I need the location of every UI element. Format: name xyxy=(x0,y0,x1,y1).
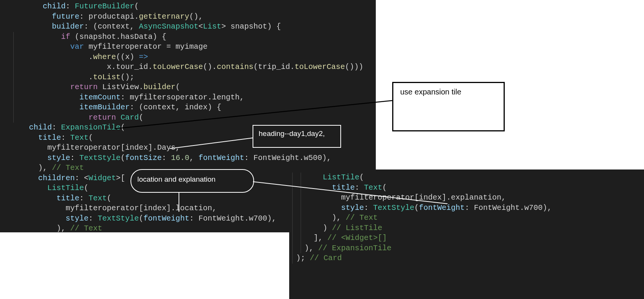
code-line: ) // ListTile xyxy=(289,223,644,233)
code-line: itemCount: myfiltersoperator.length, xyxy=(0,93,376,103)
code-line: style: TextStyle(fontWeight: FontWeight.… xyxy=(289,203,644,213)
code-panel-right[interactable]: ListTile( title: Text( myfilteroperator[… xyxy=(289,169,644,299)
code-line: ), // ExpansionTile xyxy=(289,243,644,254)
code-line: ], // <Widget>[] xyxy=(289,233,644,243)
code-line: builder: (context, AsyncSnapshot<List> s… xyxy=(0,22,376,32)
code-line: title: Text( xyxy=(289,183,644,193)
annotation-expansion-tile: use expansion tile xyxy=(392,82,505,131)
code-line: if (snapshot.hasData) { xyxy=(0,32,376,42)
code-line: ); // Card xyxy=(289,253,644,264)
code-line: .where((x) => xyxy=(0,52,376,62)
code-line: ), // Text xyxy=(289,213,644,223)
code-line: child: FutureBuilder( xyxy=(0,2,376,12)
code-line: return ListView.builder( xyxy=(0,82,376,93)
code-line: itemBuilder: (context, index) { xyxy=(0,102,376,113)
code-line: x.tour_id.toLowerCase().contains(trip_id… xyxy=(0,62,376,72)
annotation-location-explanation: location and explanation xyxy=(130,169,254,193)
code-line: ListTile( xyxy=(289,173,644,183)
annotation-heading: heading--day1,day2, xyxy=(253,125,341,148)
code-line: style: TextStyle(fontSize: 16.0, fontWei… xyxy=(0,153,376,163)
code-line: var myfilteroperator = myimage xyxy=(0,42,376,52)
code-line: future: productapi.getiternary(), xyxy=(0,12,376,22)
code-line: .toList(); xyxy=(0,72,376,83)
code-line: return Card( xyxy=(0,113,376,123)
code-line: myfilteroperator[index].explanation, xyxy=(289,193,644,203)
